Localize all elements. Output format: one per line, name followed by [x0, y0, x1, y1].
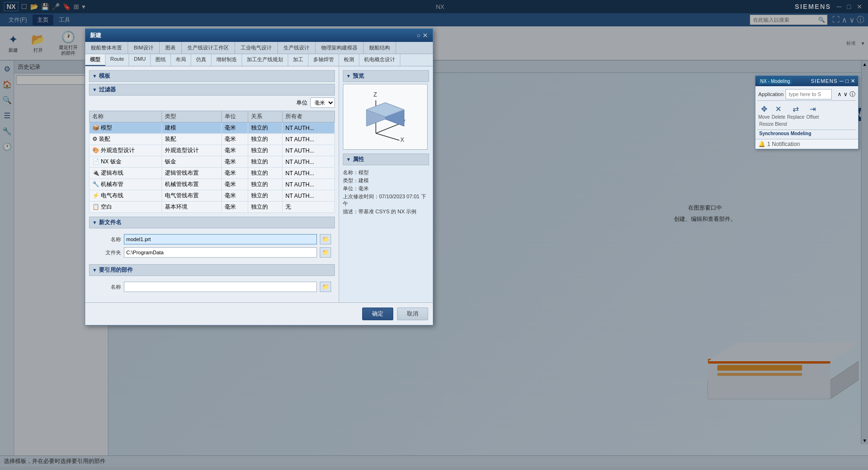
folder-label: 文件夹 — [93, 249, 121, 256]
dialog-tab-production[interactable]: 生产线设计工作区 — [182, 42, 235, 54]
unit-select[interactable]: 毫米 英寸 米 — [310, 97, 335, 108]
dialog-tab-process[interactable]: 加工 — [288, 54, 308, 66]
preview-section-header[interactable]: ▼ 预览 — [343, 70, 429, 82]
cell-name: ⚙装配 — [89, 134, 162, 145]
cell-name: 📋空白 — [89, 202, 162, 213]
ref-browse-btn[interactable]: 📁 — [320, 282, 331, 292]
cell-owner: NT AUTH... — [283, 179, 335, 190]
dialog-tab-physical[interactable]: 物理架构建模器 — [316, 42, 364, 54]
filter-section-header[interactable]: ▼ 过滤器 — [89, 84, 335, 96]
cell-owner: NT AUTH... — [283, 134, 335, 145]
unit-label: 单位 — [296, 99, 308, 107]
ok-button[interactable]: 确定 — [362, 308, 393, 320]
cell-relation: 独立的 — [248, 202, 282, 213]
mini-move-btn[interactable]: ✥ Move — [758, 104, 770, 120]
mini-replace-icon: ⇄ — [792, 104, 800, 114]
mini-info-btn[interactable]: ⓘ — [850, 90, 855, 98]
dialog-restore-btn[interactable]: ○ — [417, 32, 421, 39]
new-file-section-header[interactable]: ▼ 新文件名 — [89, 217, 335, 228]
preview-section-label: 预览 — [353, 72, 364, 80]
folder-browse-btn[interactable]: 📁 — [320, 247, 331, 258]
dialog-tabs-second: 模型 Route DMU 图纸 布局 仿真 增材制造 加工生产线规划 加工 多轴… — [85, 54, 433, 66]
name-label: 名称 — [93, 236, 121, 243]
cell-name: 🔧机械布管 — [89, 179, 162, 190]
mini-maximize-btn[interactable]: □ — [845, 78, 849, 84]
cell-name: 🎨外观造型设计 — [89, 145, 162, 156]
table-row[interactable]: ⚙装配 装配 毫米 独立的 NT AUTH... — [89, 134, 335, 145]
table-row[interactable]: 🎨外观造型设计 外观造型设计 毫米 独立的 NT AUTH... — [89, 145, 335, 156]
dialog-tab-sim[interactable]: 仿真 — [191, 54, 211, 66]
dialog-tab-multiaxis[interactable]: 多轴焊管 — [308, 54, 339, 66]
cell-type: 逻辑管线布置 — [162, 168, 222, 179]
table-row[interactable]: 🔧机械布管 机械管线布置 毫米 独立的 NT AUTH... — [89, 179, 335, 190]
dialog-close-btn[interactable]: ✕ — [422, 32, 428, 39]
name-browse-btn[interactable]: 📁 — [320, 234, 331, 244]
mini-app-label: Application — [758, 91, 784, 97]
table-row[interactable]: 📄NX 钣金 钣金 毫米 独立的 NT AUTH... — [89, 156, 335, 168]
props-section: 名称：模型 类型：建模 单位：毫米 上次修改时间：07/10/2023 07:0… — [343, 169, 429, 215]
props-section-label: 属性 — [353, 155, 364, 163]
folder-row: 文件夹 📁 — [93, 247, 331, 258]
table-row[interactable]: 📦模型 建模 毫米 独立的 NT AUTH... — [89, 122, 335, 134]
dialog-tab-electrical[interactable]: 工业电气设计 — [235, 42, 278, 54]
ref-section-header[interactable]: ▼ 要引用的部件 — [89, 264, 335, 276]
mini-nav-btn1[interactable]: ∧ — [837, 91, 842, 97]
mini-sync-modeling: Synchronous Modeling — [757, 130, 856, 137]
col-unit: 单位 — [222, 111, 248, 122]
dialog-tab-mechatronics[interactable]: 机电概念设计 — [359, 54, 400, 66]
cell-owner: NT AUTH... — [283, 190, 335, 202]
mini-move-icon: ✥ — [760, 104, 768, 114]
prop-name: 名称：模型 — [343, 169, 429, 176]
dialog-tab-inspection[interactable]: 检测 — [339, 54, 359, 66]
cell-unit: 毫米 — [222, 122, 248, 134]
cell-type: 电气管线布置 — [162, 190, 222, 202]
cell-name: 🔌逻辑布线 — [89, 168, 162, 179]
dialog-left: ▼ 模板 ▼ 过滤器 单位 毫米 英寸 米 — [85, 66, 339, 302]
dialog-tab-ship[interactable]: 舰船整体布置 — [85, 42, 128, 54]
mini-close-btn[interactable]: ✕ — [851, 78, 855, 84]
mini-nav-btn2[interactable]: ∨ — [844, 91, 848, 97]
mini-replace-btn[interactable]: ⇄ Replace — [787, 104, 804, 120]
mini-delete-btn[interactable]: ✕ Delete — [771, 104, 785, 120]
table-row[interactable]: 🔌逻辑布线 逻辑管线布置 毫米 独立的 NT AUTH... — [89, 168, 335, 179]
dialog-tab-machining[interactable]: 加工生产线规划 — [242, 54, 288, 66]
new-file-section: 名称 📁 文件夹 📁 — [89, 230, 335, 264]
col-type: 类型 — [162, 111, 222, 122]
dialog-tab-line[interactable]: 生产线设计 — [278, 42, 316, 54]
props-section-header[interactable]: ▼ 属性 — [343, 154, 429, 165]
mini-delete-icon: ✕ — [774, 104, 782, 114]
name-row: 名称 📁 — [93, 234, 331, 244]
dialog-tab-ship-struct[interactable]: 舰船结构 — [364, 42, 396, 54]
svg-line-11 — [376, 133, 399, 140]
table-row[interactable]: 📋空白 基本环境 毫米 独立的 无 — [89, 202, 335, 213]
name-input[interactable] — [124, 234, 317, 244]
dialog-tab-drawing[interactable]: 图纸 — [151, 54, 171, 66]
dialog-tab-dmu[interactable]: DMU — [129, 54, 151, 66]
folder-input[interactable] — [124, 247, 317, 258]
preview-3d-svg: Z Y X — [348, 86, 423, 147]
mini-title-left: NX - Modeling — [758, 78, 792, 84]
cell-name: 📄NX 钣金 — [89, 156, 162, 168]
dialog-tab-model[interactable]: 模型 — [85, 54, 105, 66]
template-section-header[interactable]: ▼ 模板 — [89, 70, 335, 82]
dialog-tab-additive[interactable]: 增材制造 — [211, 54, 242, 66]
dialog-tab-layout[interactable]: 布局 — [171, 54, 191, 66]
svg-text:X: X — [400, 137, 404, 143]
new-file-section-label: 新文件名 — [99, 219, 122, 227]
mini-search-input[interactable] — [786, 91, 824, 97]
dialog-tab-diagram[interactable]: 图表 — [160, 42, 182, 54]
dialog-tab-route[interactable]: Route — [105, 54, 129, 66]
template-section-label: 模板 — [99, 72, 110, 80]
cell-relation: 独立的 — [248, 122, 282, 134]
cancel-button[interactable]: 取消 — [397, 308, 428, 320]
dialog-tab-bim[interactable]: BIM设计 — [128, 42, 160, 54]
table-row[interactable]: ⚡电气布线 电气管线布置 毫米 独立的 NT AUTH... — [89, 190, 335, 202]
mini-toolbar: ✥ Move ✕ Delete ⇄ Replace ⇥ Offset — [757, 103, 856, 121]
cell-type: 机械管线布置 — [162, 179, 222, 190]
mini-minimize-btn[interactable]: ─ — [839, 78, 844, 84]
cell-owner: 无 — [283, 202, 335, 213]
ref-name-input[interactable] — [124, 282, 317, 292]
col-name: 名称 — [89, 111, 162, 122]
dialog-title-buttons: ○ ✕ — [417, 32, 428, 39]
mini-offset-btn[interactable]: ⇥ Offset — [806, 104, 819, 120]
